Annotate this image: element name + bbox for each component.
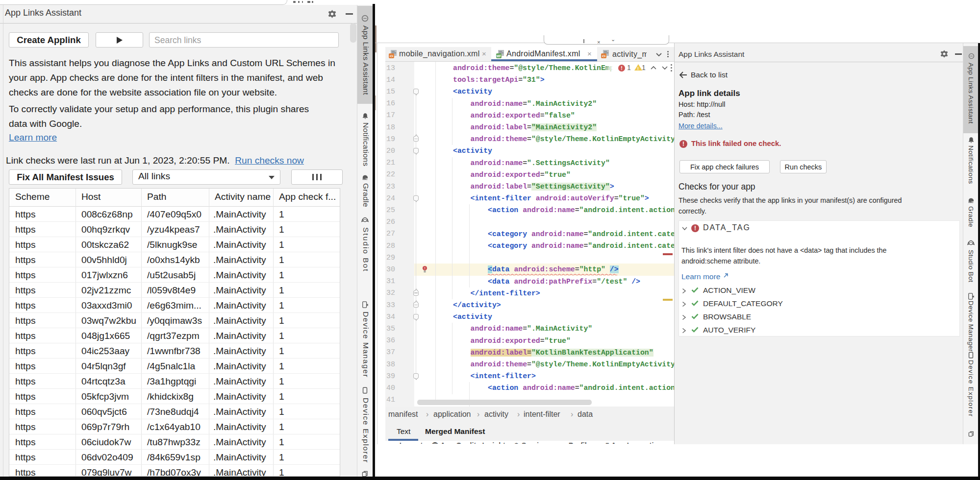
svg-text:!: ! [424,266,425,270]
